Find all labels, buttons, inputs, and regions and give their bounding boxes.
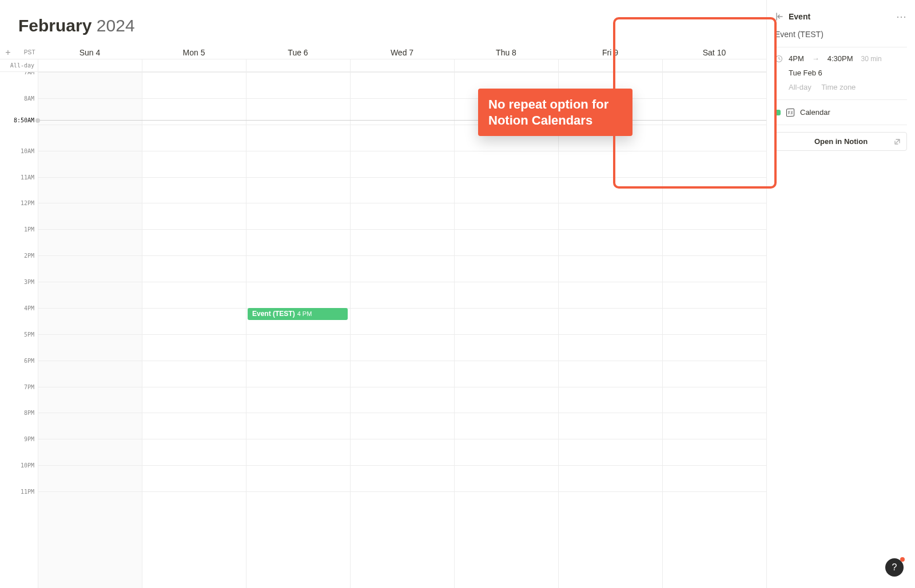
allday-label: All-day xyxy=(0,62,38,69)
collapse-panel-icon[interactable] xyxy=(775,13,783,21)
hour-line xyxy=(38,98,766,99)
hour-line xyxy=(38,308,766,309)
open-in-notion-label: Open in Notion xyxy=(814,137,868,146)
hour-line xyxy=(38,387,766,387)
now-indicator xyxy=(38,120,766,121)
hour-label: 4PM xyxy=(24,305,34,311)
hour-line xyxy=(38,491,766,492)
hour-line xyxy=(38,334,766,335)
day-col-mon[interactable] xyxy=(142,72,246,588)
event-start-time[interactable]: 4PM xyxy=(789,54,804,63)
calendar-name: Calendar xyxy=(800,108,830,117)
day-col-sat[interactable] xyxy=(662,72,766,588)
hour-line xyxy=(38,177,766,178)
hour-label: 12PM xyxy=(21,200,34,206)
event-time-section: 4PM → 4:30PM 30 min Tue Feb 6 All-day Ti… xyxy=(775,47,907,100)
hour-label: 9PM xyxy=(24,436,34,442)
arrow-right-icon: → xyxy=(812,54,819,63)
event-date[interactable]: Tue Feb 6 xyxy=(775,63,907,77)
hour-line xyxy=(38,413,766,413)
allday-row: All-day xyxy=(0,59,766,72)
annotation-callout: No repeat option for Notion Calendars xyxy=(478,89,632,136)
day-header-wed[interactable]: Wed 7 xyxy=(350,46,454,59)
external-link-icon xyxy=(894,138,901,145)
allday-cell[interactable] xyxy=(454,59,558,71)
hour-line xyxy=(38,361,766,361)
open-in-notion-button[interactable]: Open in Notion xyxy=(775,132,907,151)
hour-label: 7AM xyxy=(24,72,34,75)
event-details-panel: Event ⋯ Event (TEST) 4PM → 4:30PM 30 min… xyxy=(766,0,915,588)
day-col-fri[interactable] xyxy=(558,72,662,588)
allday-cell[interactable] xyxy=(142,59,246,71)
hour-line xyxy=(38,229,766,230)
time-gutter: 7AM8AM10AM11AM12PM1PM2PM3PM4PM5PM6PM7PM8… xyxy=(0,72,38,588)
allday-cell[interactable] xyxy=(246,59,350,71)
hour-label: 11AM xyxy=(21,174,34,180)
day-header-sat[interactable]: Sat 10 xyxy=(662,46,766,59)
hour-label: 10PM xyxy=(21,462,34,469)
title-month: February xyxy=(18,16,92,35)
hour-label: 8AM xyxy=(24,95,34,101)
allday-cell[interactable] xyxy=(558,59,662,71)
week-header: + PST Sun 4 Mon 5 Tue 6 Wed 7 Thu 8 Fri … xyxy=(0,46,766,59)
timezone-label[interactable]: PST xyxy=(16,49,38,55)
event-duration: 30 min xyxy=(861,55,882,63)
day-col-sun[interactable] xyxy=(38,72,142,588)
hour-line xyxy=(38,151,766,151)
calendar-event[interactable]: Event (TEST)4 PM xyxy=(248,308,348,320)
more-options-icon[interactable]: ⋯ xyxy=(896,11,907,22)
hour-label: 2PM xyxy=(24,253,34,259)
event-block-time: 4 PM xyxy=(297,310,312,317)
hour-label: 3PM xyxy=(24,279,34,285)
allday-cell[interactable] xyxy=(662,59,766,71)
day-header-thu[interactable]: Thu 8 xyxy=(454,46,558,59)
day-col-wed[interactable] xyxy=(350,72,454,588)
help-button[interactable]: ? xyxy=(885,558,904,577)
allday-cell[interactable] xyxy=(350,59,454,71)
calendar-grid[interactable]: 7AM8AM10AM11AM12PM1PM2PM3PM4PM5PM6PM7PM8… xyxy=(0,72,766,588)
hour-line xyxy=(38,465,766,466)
event-end-time[interactable]: 4:30PM xyxy=(828,54,853,63)
hour-line xyxy=(38,72,766,73)
hour-line xyxy=(38,255,766,256)
hour-line xyxy=(38,282,766,282)
day-header-mon[interactable]: Mon 5 xyxy=(142,46,246,59)
hour-line xyxy=(38,439,766,439)
day-header-tue[interactable]: Tue 6 xyxy=(246,46,350,59)
hour-label: 5PM xyxy=(24,331,34,337)
day-col-thu[interactable] xyxy=(454,72,558,588)
hour-label: 8PM xyxy=(24,410,34,416)
now-label: 8:50AM xyxy=(14,117,34,123)
hour-label: 7PM xyxy=(24,383,34,390)
hour-label: 11PM xyxy=(21,489,34,495)
title-year: 2024 xyxy=(97,16,135,35)
panel-heading: Event xyxy=(789,12,896,21)
event-title-field[interactable]: Event (TEST) xyxy=(775,27,907,47)
allday-toggle[interactable]: All-day xyxy=(789,83,811,91)
notion-icon xyxy=(786,109,794,117)
day-col-tue[interactable]: Event (TEST)4 PM xyxy=(246,72,350,588)
page-title: February 2024 xyxy=(0,10,766,46)
hour-line xyxy=(38,125,766,125)
allday-cell[interactable] xyxy=(38,59,142,71)
day-header-fri[interactable]: Fri 9 xyxy=(558,46,662,59)
hour-line xyxy=(38,203,766,203)
calendar-selector[interactable]: Calendar xyxy=(775,100,907,125)
clock-icon xyxy=(775,55,783,63)
hour-label: 10AM xyxy=(21,147,34,154)
hour-label: 6PM xyxy=(24,357,34,363)
add-event-button[interactable]: + xyxy=(0,47,16,58)
timezone-toggle[interactable]: Time zone xyxy=(821,83,856,91)
event-block-title: Event (TEST) xyxy=(252,310,295,318)
hour-label: 1PM xyxy=(24,226,34,233)
days-columns[interactable]: Event (TEST)4 PM xyxy=(38,72,766,588)
calendar-color-dot xyxy=(775,110,781,115)
day-header-sun[interactable]: Sun 4 xyxy=(38,46,142,59)
